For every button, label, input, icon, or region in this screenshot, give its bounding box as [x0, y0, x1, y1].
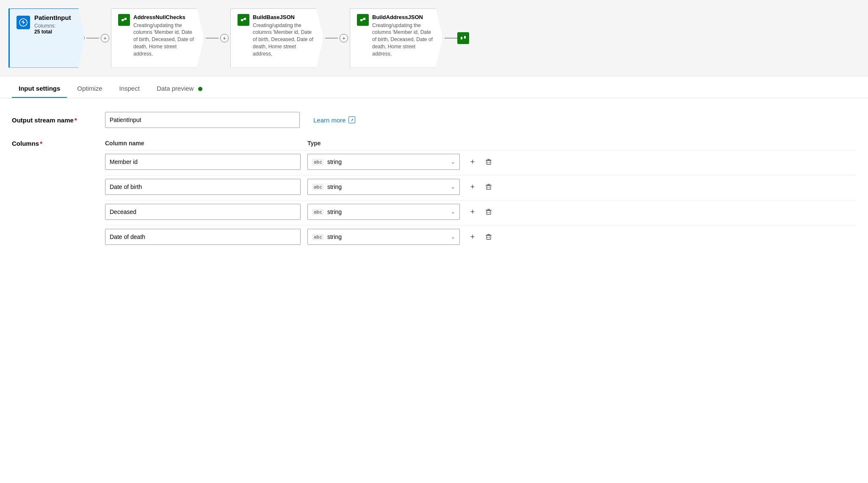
row-actions-deceased: +: [467, 206, 495, 218]
type-value-date-of-birth: string: [327, 183, 342, 190]
col-type-select-deceased[interactable]: abc string ⌄: [307, 204, 460, 220]
output-stream-name-label: Output stream name*: [12, 117, 105, 124]
chevron-down-date-of-death: ⌄: [451, 234, 455, 240]
type-badge-deceased: abc: [312, 209, 324, 215]
svg-rect-7: [461, 37, 462, 39]
columns-section: Columns* Column name Type abc string: [12, 140, 856, 250]
patient-input-icon: [17, 16, 30, 29]
node-box-build-base-json[interactable]: BuildBaseJSON Creating/updating the colu…: [230, 8, 323, 68]
col-name-input-date-of-birth[interactable]: [105, 179, 301, 195]
delete-col-btn-date-of-death[interactable]: [483, 231, 495, 243]
tab-optimize[interactable]: Optimize: [70, 80, 109, 98]
tabs-section: Input settings Optimize Inspect Data pre…: [0, 76, 868, 98]
svg-rect-1: [122, 19, 124, 21]
type-badge-member-id: abc: [312, 159, 324, 165]
add-col-btn-date-of-death[interactable]: +: [467, 231, 478, 243]
node-box-address-null-checks[interactable]: AddressNullChecks Creating/updating the …: [111, 8, 204, 68]
col-name-input-date-of-death[interactable]: [105, 229, 301, 245]
col-type-select-member-id[interactable]: abc string ⌄: [307, 154, 460, 170]
pipeline-node-address-null-checks[interactable]: AddressNullChecks Creating/updating the …: [111, 0, 204, 76]
learn-more-link[interactable]: Learn more: [313, 117, 355, 124]
connector-line-3: [325, 38, 338, 39]
columns-label: Columns*: [12, 140, 105, 250]
svg-rect-4: [244, 18, 246, 20]
chevron-down-member-id: ⌄: [451, 159, 455, 165]
tab-input-settings[interactable]: Input settings: [12, 80, 67, 98]
connector-3: +: [323, 0, 350, 76]
transform-icon-1: [118, 14, 130, 26]
tab-data-preview[interactable]: Data preview: [150, 80, 209, 98]
row-actions-date-of-death: +: [467, 231, 495, 243]
tab-inspect[interactable]: Inspect: [113, 80, 147, 98]
chevron-down-date-of-birth: ⌄: [451, 184, 455, 190]
col-name-input-deceased[interactable]: [105, 204, 301, 220]
node-title-patient-input: PatientInput: [34, 14, 71, 21]
node-box-build-address-json[interactable]: BuildAddressJSON Creating/updating the c…: [350, 8, 443, 68]
external-link-icon: [348, 117, 355, 123]
connector-2: +: [204, 0, 230, 76]
svg-rect-3: [241, 19, 243, 21]
connector-line-1: [86, 38, 99, 39]
required-star-columns: *: [40, 140, 42, 147]
add-col-btn-date-of-birth[interactable]: +: [467, 181, 478, 193]
column-row-member-id: abc string ⌄ +: [105, 150, 856, 170]
pipeline-node-build-address-json[interactable]: BuildAddressJSON Creating/updating the c…: [350, 0, 443, 76]
transform-icon-3: [357, 14, 369, 26]
next-node-stub: [457, 32, 469, 44]
svg-rect-8: [464, 36, 466, 39]
col-header-type: Type: [307, 140, 321, 147]
add-col-btn-member-id[interactable]: +: [467, 156, 478, 168]
connector-4: [443, 0, 471, 76]
output-stream-name-row: Output stream name* Learn more: [12, 112, 856, 128]
row-actions-member-id: +: [467, 156, 495, 168]
type-badge-date-of-birth: abc: [312, 184, 324, 190]
pipeline-node-patient-input[interactable]: PatientInput Columns: 25 total: [8, 0, 85, 76]
connector-line-2: [206, 38, 218, 39]
col-type-select-date-of-birth[interactable]: abc string ⌄: [307, 179, 460, 195]
svg-rect-15: [487, 211, 491, 214]
columns-table: Column name Type abc string ⌄ +: [105, 140, 856, 250]
svg-rect-12: [487, 186, 491, 189]
node-box-patient-input[interactable]: PatientInput Columns: 25 total: [8, 8, 85, 68]
type-value-date-of-death: string: [327, 233, 342, 240]
chevron-down-deceased: ⌄: [451, 209, 455, 215]
output-stream-name-input[interactable]: [105, 112, 300, 128]
content-area: Output stream name* Learn more Columns* …: [0, 98, 868, 264]
pipeline-header: PatientInput Columns: 25 total +: [0, 0, 868, 76]
add-node-btn-2[interactable]: +: [220, 34, 229, 42]
add-node-btn-3[interactable]: +: [340, 34, 348, 42]
node-desc-build-address: Creating/updating the columns 'Member id…: [372, 22, 436, 58]
pipeline-node-build-base-json[interactable]: BuildBaseJSON Creating/updating the colu…: [230, 0, 323, 76]
node-title-address-null: AddressNullChecks: [133, 14, 197, 20]
type-value-member-id: string: [327, 158, 342, 165]
node-desc-address-null: Creating/updating the columns 'Member id…: [133, 22, 197, 58]
node-title-build-base: BuildBaseJSON: [253, 14, 316, 20]
node-desc-build-base: Creating/updating the columns 'Member id…: [253, 22, 316, 58]
col-name-input-member-id[interactable]: [105, 154, 301, 170]
transform-icon-2: [238, 14, 249, 26]
type-badge-date-of-death: abc: [312, 234, 324, 240]
svg-rect-9: [487, 161, 491, 164]
add-node-btn-1[interactable]: +: [101, 34, 109, 42]
svg-rect-6: [363, 18, 365, 20]
type-value-deceased: string: [327, 208, 342, 215]
connector-1: +: [85, 0, 111, 76]
type-label-date-of-death: abc string: [312, 233, 342, 240]
svg-rect-18: [487, 236, 491, 239]
node-subtitle-patient-input: Columns: 25 total: [34, 23, 71, 35]
required-star-output: *: [75, 117, 77, 124]
svg-rect-2: [124, 18, 127, 20]
type-label-deceased: abc string: [312, 208, 342, 215]
column-row-date-of-death: abc string ⌄ +: [105, 225, 856, 245]
delete-col-btn-member-id[interactable]: [483, 156, 495, 168]
connector-line-4: [445, 38, 457, 39]
type-label-member-id: abc string: [312, 158, 342, 165]
node-title-build-address: BuildAddressJSON: [372, 14, 436, 20]
add-col-btn-deceased[interactable]: +: [467, 206, 478, 218]
col-type-select-date-of-death[interactable]: abc string ⌄: [307, 229, 460, 245]
delete-col-btn-deceased[interactable]: [483, 206, 495, 218]
data-preview-dot: [198, 87, 202, 91]
row-actions-date-of-birth: +: [467, 181, 495, 193]
column-row-deceased: abc string ⌄ +: [105, 200, 856, 220]
delete-col-btn-date-of-birth[interactable]: [483, 181, 495, 193]
